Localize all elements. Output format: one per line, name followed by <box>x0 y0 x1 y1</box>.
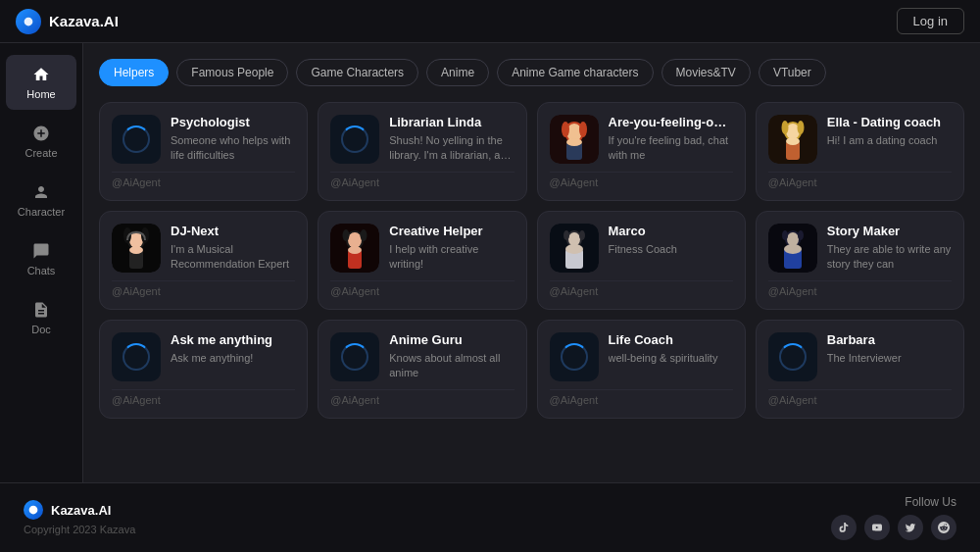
sidebar-item-home[interactable]: Home <box>6 55 76 110</box>
card-author: @AiAgent <box>330 172 514 188</box>
filter-game-chars[interactable]: Game Characters <box>296 59 418 86</box>
card-author: @AiAgent <box>550 389 733 406</box>
footer-logo: Kazava.AI <box>24 500 135 520</box>
card-author: @AiAgent <box>768 389 952 406</box>
card-creative-helper[interactable]: Creative Helper I help with creative wri… <box>318 211 526 310</box>
card-author: @AiAgent <box>550 172 733 188</box>
sidebar: Home Create Character Chats Doc <box>0 43 83 482</box>
filter-anime[interactable]: Anime <box>426 59 489 86</box>
card-desc: Someone who helps with life difficulties <box>171 133 295 164</box>
sidebar-item-doc[interactable]: Doc <box>6 290 76 345</box>
svg-point-12 <box>797 121 804 134</box>
avatar-are-you-feeling-okay <box>550 115 599 164</box>
svg-point-38 <box>787 232 799 246</box>
sidebar-label-home: Home <box>26 88 55 100</box>
card-ella-dating-coach[interactable]: Ella - Dating coach Hi! I am a dating co… <box>756 102 964 201</box>
svg-point-18 <box>123 227 131 243</box>
filter-movies-tv[interactable]: Movies&TV <box>662 59 751 86</box>
svg-point-24 <box>348 232 362 248</box>
card-desc: They are able to write any story they ca… <box>827 242 952 273</box>
sidebar-label-character: Character <box>18 206 65 218</box>
footer: Kazava.AI Copyright 2023 Kazava Follow U… <box>0 482 980 552</box>
create-icon <box>31 124 51 143</box>
avatar-marco <box>550 224 599 273</box>
svg-point-4 <box>562 122 569 137</box>
avatar-story <box>768 224 817 273</box>
svg-point-43 <box>29 506 38 515</box>
youtube-icon[interactable] <box>864 515 890 540</box>
card-name: Story Maker <box>827 224 952 238</box>
card-librarian-linda[interactable]: Librarian Linda Shush! No yelling in the… <box>318 102 526 201</box>
card-name: Marco <box>609 224 733 238</box>
chats-icon <box>31 241 51 261</box>
avatar-librarian <box>330 115 379 164</box>
sidebar-label-create: Create <box>24 147 57 159</box>
card-author: @AiAgent <box>550 280 733 297</box>
main-layout: Home Create Character Chats Doc <box>0 43 980 482</box>
tiktok-icon[interactable] <box>831 515 857 540</box>
avatar-creative <box>330 224 379 273</box>
card-desc: If you're feeling bad, chat with me <box>609 133 733 164</box>
social-icons <box>831 515 956 540</box>
content-area: Helpers Famous People Game Characters An… <box>83 43 980 482</box>
card-desc: Knows about almost all anime <box>389 351 514 381</box>
card-name: Barbara <box>827 332 952 347</box>
character-icon <box>31 182 51 202</box>
cards-grid: Psychologist Someone who helps with life… <box>99 102 964 419</box>
follow-us-label: Follow Us <box>905 495 956 509</box>
sidebar-item-character[interactable]: Character <box>6 173 76 227</box>
filter-vtuber[interactable]: VTuber <box>759 59 826 86</box>
card-marco[interactable]: Marco Fitness Coach @AiAgent <box>537 211 746 310</box>
avatar-life-coach <box>550 332 599 381</box>
card-ask-me-anything[interactable]: Ask me anything Ask me anything! @AiAgen… <box>99 320 308 419</box>
card-name: Ella - Dating coach <box>827 115 952 129</box>
svg-point-26 <box>361 229 368 241</box>
footer-left: Kazava.AI Copyright 2023 Kazava <box>24 500 135 535</box>
svg-point-32 <box>564 230 569 240</box>
card-name: Are-you-feeling-okay <box>609 115 733 129</box>
avatar-psychologist <box>112 115 161 164</box>
svg-point-28 <box>348 246 362 254</box>
card-life-coach[interactable]: Life Coach well-being & spirituality @Ai… <box>537 320 746 419</box>
svg-point-5 <box>579 122 587 137</box>
card-desc: The Interviewer <box>827 351 952 366</box>
avatar-ella <box>768 115 817 164</box>
card-author: @AiAgent <box>768 280 952 297</box>
sidebar-item-chats[interactable]: Chats <box>6 231 76 286</box>
card-are-you-feeling-okay[interactable]: Are-you-feeling-okay If you're feeling b… <box>537 102 746 201</box>
svg-point-33 <box>579 230 585 240</box>
avatar-dj <box>112 224 161 273</box>
card-desc: Fitness Coach <box>609 242 733 257</box>
card-anime-guru[interactable]: Anime Guru Knows about almost all anime … <box>318 320 526 419</box>
twitter-icon[interactable] <box>898 515 923 540</box>
svg-point-0 <box>24 17 33 25</box>
card-author: @AiAgent <box>112 172 295 188</box>
card-author: @AiAgent <box>112 389 295 406</box>
card-desc: Shush! No yelling in the library. I'm a … <box>389 133 514 164</box>
card-story-maker[interactable]: Story Maker They are able to write any s… <box>756 211 964 310</box>
card-author: @AiAgent <box>330 389 514 406</box>
login-button[interactable]: Log in <box>897 8 964 34</box>
card-dj-next[interactable]: DJ-Next I'm a Musical Recommendation Exp… <box>99 211 308 310</box>
svg-point-39 <box>782 230 788 240</box>
filter-tabs: Helpers Famous People Game Characters An… <box>99 59 964 86</box>
card-name: Anime Guru <box>389 332 514 347</box>
card-desc: well-being & spirituality <box>609 351 733 366</box>
svg-point-21 <box>129 246 143 254</box>
card-desc: Ask me anything! <box>171 351 295 366</box>
svg-point-40 <box>798 230 804 240</box>
card-psychologist[interactable]: Psychologist Someone who helps with life… <box>99 102 308 201</box>
svg-point-31 <box>568 232 580 246</box>
sidebar-item-create[interactable]: Create <box>6 114 76 169</box>
filter-helpers[interactable]: Helpers <box>99 59 169 86</box>
card-name: DJ-Next <box>171 224 295 238</box>
filter-anime-game[interactable]: Anime Game characters <box>497 59 653 86</box>
logo-icon <box>16 9 41 34</box>
card-barbara[interactable]: Barbara The Interviewer @AiAgent <box>756 320 964 419</box>
svg-point-19 <box>141 227 149 243</box>
reddit-icon[interactable] <box>931 515 956 540</box>
svg-point-35 <box>565 244 583 254</box>
filter-famous[interactable]: Famous People <box>176 59 288 86</box>
card-desc: I'm a Musical Recommendation Expert <box>171 242 295 273</box>
logo[interactable]: Kazava.AI <box>16 9 119 34</box>
